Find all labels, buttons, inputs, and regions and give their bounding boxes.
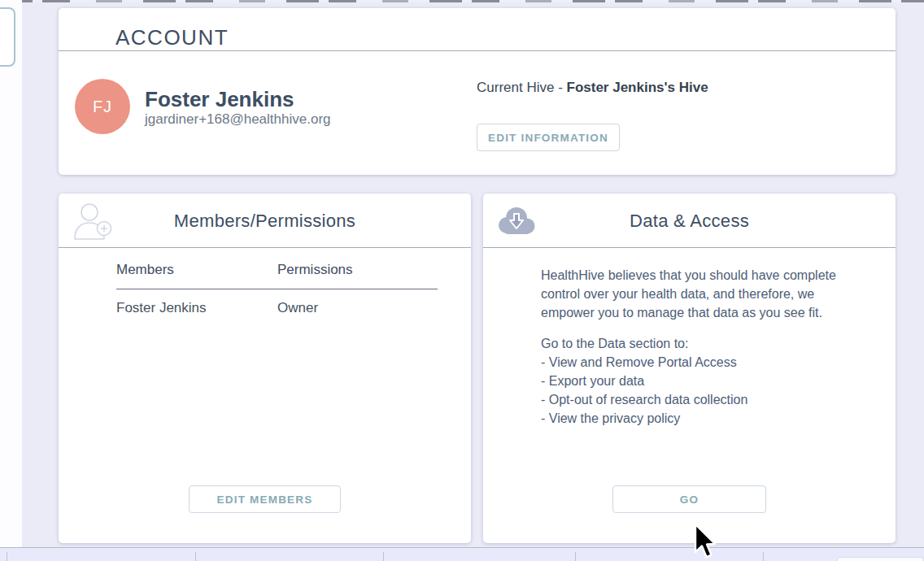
data-card-title: Data & Access <box>630 211 749 232</box>
account-title: ACCOUNT <box>116 25 229 50</box>
clipped-card-below <box>837 557 924 561</box>
members-header-divider <box>59 247 471 248</box>
current-hive-value: Foster Jenkins's Hive <box>567 80 708 95</box>
members-card-header: Members/Permissions <box>59 194 471 248</box>
members-column-header: Members <box>116 262 277 289</box>
edit-members-button[interactable]: EDIT MEMBERS <box>189 485 341 513</box>
data-card-header: Data & Access <box>483 194 896 248</box>
data-list-item: - Export your data <box>541 372 850 390</box>
data-access-paragraph: HealthHive believes that you should have… <box>541 266 840 322</box>
members-permissions-card: Members/Permissions Members Permissions … <box>59 194 471 543</box>
column-divider <box>383 552 384 561</box>
data-list-item: - View and Remove Portal Access <box>541 353 850 372</box>
sidebar <box>0 0 22 561</box>
clipped-table-below <box>0 547 924 561</box>
members-table-header: Members Permissions <box>116 262 438 289</box>
column-divider <box>195 552 196 561</box>
members-table: Members Permissions Foster Jenkins Owner <box>116 262 438 316</box>
column-divider <box>763 552 764 561</box>
edit-information-button[interactable]: EDIT INFORMATION <box>477 124 620 151</box>
current-hive-label: Current Hive - <box>477 80 567 95</box>
sidebar-clipped-panel[interactable] <box>0 7 15 67</box>
column-divider <box>7 552 7 561</box>
current-hive-line: Current Hive - Foster Jenkins's Hive <box>477 80 708 96</box>
account-header-divider <box>59 50 896 51</box>
go-button[interactable]: GO <box>612 485 766 513</box>
clipped-content-top-edge <box>0 0 924 2</box>
permissions-column-header: Permissions <box>277 262 353 289</box>
person-add-icon <box>72 202 114 242</box>
data-list-item: - View the privacy policy <box>541 409 850 428</box>
data-access-list: Go to the Data section to: - View and Re… <box>541 334 850 428</box>
member-name-cell: Foster Jenkins <box>116 300 277 316</box>
data-header-divider <box>483 247 896 248</box>
data-list-item: - Opt-out of research data collection <box>541 390 850 409</box>
account-name: Foster Jenkins <box>145 87 294 112</box>
member-permission-cell: Owner <box>277 300 318 316</box>
data-list-intro: Go to the Data section to: <box>541 334 850 353</box>
account-email: jgardiner+168@healthhive.org <box>145 111 331 128</box>
avatar: FJ <box>75 79 130 134</box>
data-access-card: Data & Access HealthHive believes that y… <box>483 194 896 543</box>
column-divider <box>575 552 576 561</box>
account-card: ACCOUNT FJ Foster Jenkins jgardiner+168@… <box>59 8 896 175</box>
avatar-initials: FJ <box>93 98 112 116</box>
table-row: Foster Jenkins Owner <box>116 289 438 316</box>
members-card-title: Members/Permissions <box>174 211 355 232</box>
cloud-download-icon <box>496 207 537 236</box>
